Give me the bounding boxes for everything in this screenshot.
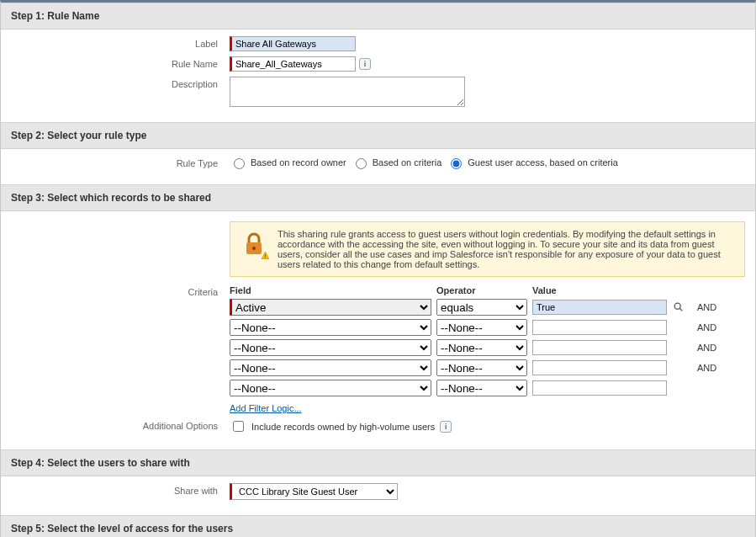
criteria-row: ActiveequalsAND [230,299,745,316]
description-textarea[interactable] [230,77,465,107]
info-icon[interactable]: i [440,421,452,433]
rule-type-owner[interactable]: Based on record owner [230,156,346,169]
rule-type-group: Based on record owner Based on criteria … [230,156,745,169]
label-input[interactable] [230,36,356,51]
label-for-description: Description [11,77,230,89]
label-for-ruletype: Rule Type [11,156,230,168]
share-with-select[interactable]: CCC Library Site Guest User [230,483,398,500]
include-hv-users-checkbox[interactable] [233,421,244,432]
svg-text:!: ! [264,253,266,259]
criteria-and: AND [694,343,734,353]
add-filter-logic-link[interactable]: Add Filter Logic... [230,403,302,413]
criteria-head-value: Value [532,285,667,295]
criteria-row: --None----None--AND [230,339,745,356]
criteria-field-select[interactable]: --None-- [230,319,431,336]
step2-body: Rule Type Based on record owner Based on… [1,149,755,184]
rule-type-guest[interactable]: Guest user access, based on criteria [447,156,618,169]
label-for-rulename: Rule Name [11,56,230,69]
info-icon[interactable]: i [359,58,371,70]
step2-header: Step 2: Select your rule type [1,122,755,149]
lookup-icon[interactable] [672,300,685,314]
step4-header: Step 4: Select the users to share with [1,449,755,476]
guest-warning: ! This sharing rule grants access to gue… [230,221,745,277]
label-for-additional-options: Additional Options [11,418,230,431]
criteria-head-operator: Operator [436,285,527,295]
step3-body: ! This sharing rule grants access to gue… [1,211,755,449]
step1-body: Label Rule Name i Description [1,29,755,122]
criteria-and: AND [694,363,734,373]
criteria-field-select[interactable]: --None-- [230,359,431,376]
sharing-rule-editor: Step 1: Rule Name Label Rule Name i Desc… [0,0,756,537]
radio-guest[interactable] [451,158,462,169]
criteria-operator-select[interactable]: --None-- [436,359,527,376]
criteria-row: --None----None-- [230,380,745,396]
svg-point-4 [674,303,680,309]
include-hv-users-label: Include records owned by high-volume use… [251,422,435,432]
radio-criteria-label: Based on criteria [373,157,442,167]
criteria-value-input[interactable] [532,380,667,396]
step5-header: Step 5: Select the level of access for t… [1,515,755,537]
criteria-and: AND [694,322,734,332]
criteria-row: --None----None--AND [230,359,745,376]
criteria-head-row: Field Operator Value [230,285,745,295]
lock-warning-icon: ! [239,229,269,259]
criteria-table: Field Operator Value ActiveequalsAND--No… [230,285,745,413]
step3-header: Step 3: Select which records to be share… [1,184,755,211]
radio-owner-label: Based on record owner [251,157,346,167]
criteria-value-input[interactable] [532,320,667,335]
svg-line-5 [679,308,682,311]
criteria-value-input[interactable] [532,340,667,355]
svg-point-1 [252,247,256,250]
label-for-sharewith: Share with [11,483,230,496]
criteria-operator-select[interactable]: --None-- [436,339,527,356]
rule-name-input[interactable] [230,56,356,72]
criteria-operator-select[interactable]: --None-- [436,319,527,336]
criteria-value-input[interactable] [532,300,667,315]
criteria-field-select[interactable]: --None-- [230,380,431,396]
criteria-and: AND [694,302,734,312]
criteria-operator-select[interactable]: equals [436,299,527,316]
criteria-row: --None----None--AND [230,319,745,336]
label-for-criteria: Criteria [11,285,230,297]
guest-warning-text: This sharing rule grants access to guest… [278,229,736,269]
radio-owner[interactable] [234,158,245,169]
criteria-operator-select[interactable]: --None-- [436,380,527,396]
criteria-value-input[interactable] [532,360,667,375]
rule-type-criteria[interactable]: Based on criteria [352,156,442,169]
step4-body: Share with CCC Library Site Guest User [1,476,755,515]
criteria-field-select[interactable]: Active [230,299,431,316]
label-for-label: Label [11,36,230,49]
radio-guest-label: Guest user access, based on criteria [468,157,618,167]
criteria-head-field: Field [230,285,431,295]
criteria-field-select[interactable]: --None-- [230,339,431,356]
step1-header: Step 1: Rule Name [1,3,755,29]
radio-criteria[interactable] [356,158,367,169]
